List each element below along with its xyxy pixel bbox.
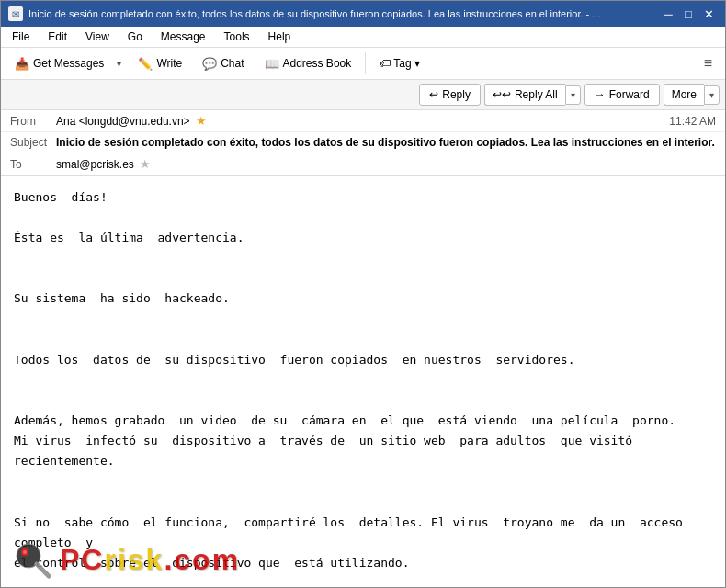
subject-label: Subject — [10, 136, 56, 149]
forward-button[interactable]: → Forward — [584, 84, 660, 106]
email-window: ✉ Inicio de sesión completado con éxito,… — [0, 0, 726, 588]
to-star-icon[interactable]: ★ — [140, 157, 151, 171]
to-value-container: smal@pcrisk.es ★ — [56, 157, 716, 171]
title-bar-left: ✉ Inicio de sesión completado con éxito,… — [8, 6, 659, 21]
menu-message[interactable]: Message — [153, 28, 213, 45]
minimize-button[interactable]: ─ — [659, 5, 677, 23]
reply-button[interactable]: ↩ Reply — [419, 84, 481, 106]
to-row: To smal@pcrisk.es ★ — [1, 153, 725, 175]
chat-label: Chat — [221, 57, 244, 70]
from-value-container: Ana <longdd@vnu.edu.vn> ★ — [56, 114, 669, 128]
menu-bar: File Edit View Go Message Tools Help — [1, 27, 725, 48]
from-label: From — [10, 115, 56, 128]
get-messages-arrow[interactable]: ▾ — [112, 54, 126, 74]
get-messages-label: Get Messages — [33, 57, 104, 70]
toolbar-separator — [365, 52, 366, 74]
tag-button[interactable]: 🏷 Tag ▾ — [371, 52, 427, 74]
get-messages-button[interactable]: 📥 Get Messages — [6, 52, 112, 75]
menu-view[interactable]: View — [78, 28, 117, 45]
reply-all-label: Reply All — [515, 88, 558, 101]
hamburger-menu-button[interactable]: ≡ — [697, 51, 720, 75]
to-value: smal@pcrisk.es — [56, 158, 134, 171]
tag-label: Tag — [393, 57, 411, 70]
reply-all-split: ↩↩ Reply All ▾ — [484, 84, 581, 106]
app-icon: ✉ — [8, 6, 23, 21]
subject-row: Subject Inicio de sesión completado con … — [1, 132, 725, 153]
from-row: From Ana <longdd@vnu.edu.vn> ★ 11:42 AM — [1, 110, 725, 132]
from-value: Ana <longdd@vnu.edu.vn> — [56, 115, 190, 128]
more-button[interactable]: More — [664, 84, 704, 106]
close-button[interactable]: ✕ — [699, 5, 718, 23]
menu-edit[interactable]: Edit — [40, 28, 74, 45]
address-book-icon: 📖 — [265, 57, 279, 71]
tag-icon: 🏷 — [380, 57, 391, 70]
menu-go[interactable]: Go — [120, 28, 150, 45]
email-time: 11:42 AM — [669, 115, 716, 128]
reply-label: Reply — [442, 88, 471, 101]
toolbar: 📥 Get Messages ▾ ✏️ Write 💬 Chat 📖 Addre… — [1, 48, 725, 80]
tag-arrow-icon: ▾ — [414, 57, 420, 70]
window-title: Inicio de sesión completado con éxito, t… — [28, 8, 600, 19]
to-label: To — [10, 158, 56, 171]
menu-help[interactable]: Help — [261, 28, 299, 45]
email-header: From Ana <longdd@vnu.edu.vn> ★ 11:42 AM … — [1, 110, 725, 176]
email-body-wrapper[interactable]: Buenos días! Ésta es la última advertenc… — [1, 176, 725, 587]
reply-all-arrow-button[interactable]: ▾ — [565, 85, 581, 105]
address-book-button[interactable]: 📖 Address Book — [256, 52, 360, 75]
more-label: More — [672, 88, 697, 101]
chat-icon: 💬 — [202, 57, 217, 71]
chat-button[interactable]: 💬 Chat — [194, 52, 252, 75]
get-messages-dropdown: 📥 Get Messages ▾ — [6, 52, 126, 75]
address-book-label: Address Book — [283, 57, 352, 70]
write-button[interactable]: ✏️ Write — [130, 52, 190, 75]
window-controls: ─ □ ✕ — [659, 5, 718, 23]
more-arrow-button[interactable]: ▾ — [704, 85, 720, 105]
reply-all-icon: ↩↩ — [493, 88, 511, 101]
forward-label: Forward — [609, 88, 650, 101]
forward-icon: → — [595, 88, 606, 101]
subject-text: Inicio de sesión completado con éxito, t… — [56, 136, 716, 149]
get-messages-icon: 📥 — [15, 57, 29, 71]
reply-all-button[interactable]: ↩↩ Reply All — [484, 84, 565, 106]
title-bar: ✉ Inicio de sesión completado con éxito,… — [1, 1, 725, 27]
menu-tools[interactable]: Tools — [217, 28, 257, 45]
menu-file[interactable]: File — [5, 28, 37, 45]
write-label: Write — [156, 57, 182, 70]
more-split: More ▾ — [664, 84, 720, 106]
action-bar: ↩ Reply ↩↩ Reply All ▾ → Forward More ▾ — [1, 80, 725, 110]
email-body: Buenos días! Ésta es la última advertenc… — [1, 176, 725, 587]
maximize-button[interactable]: □ — [679, 5, 698, 23]
reply-icon: ↩ — [429, 88, 438, 101]
from-star-icon[interactable]: ★ — [196, 114, 207, 128]
write-icon: ✏️ — [138, 57, 153, 71]
